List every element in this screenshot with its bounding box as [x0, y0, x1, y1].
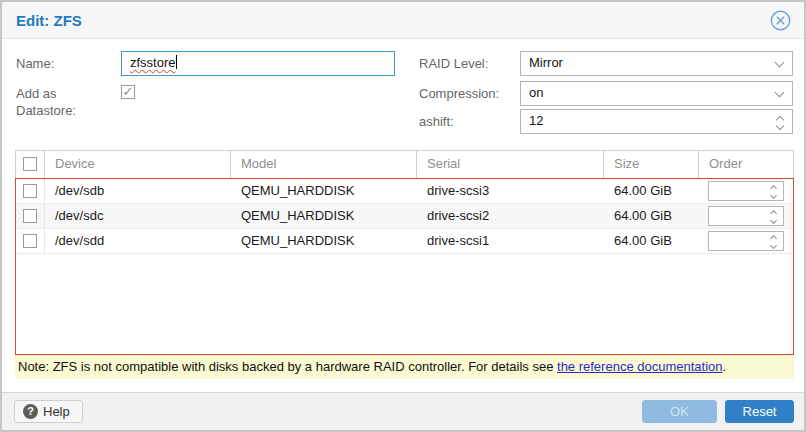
ashift-value: 12	[529, 113, 543, 128]
dialog-titlebar: Edit: ZFS	[2, 2, 804, 39]
table-row[interactable]: /dev/sdb QEMU_HARDDISK drive-scsi3 64.00…	[16, 179, 793, 204]
note-text: Note: ZFS is not compatible with disks b…	[18, 359, 557, 374]
reset-button[interactable]: Reset	[725, 400, 794, 423]
column-header-model[interactable]: Model	[231, 151, 417, 178]
dialog-footer: ? Help OK Reset	[2, 392, 804, 430]
column-header-serial[interactable]: Serial	[417, 151, 604, 178]
reference-documentation-link[interactable]: the reference documentation	[557, 359, 723, 374]
cell-serial: drive-scsi3	[417, 179, 604, 203]
chevron-down-icon[interactable]	[768, 52, 792, 75]
name-input[interactable]: zfsstore	[121, 51, 395, 76]
column-header-order[interactable]: Order	[699, 151, 793, 178]
select-all-checkbox[interactable]	[23, 157, 37, 171]
order-spinner[interactable]	[708, 181, 784, 201]
help-icon: ?	[23, 404, 38, 419]
cell-model: QEMU_HARDDISK	[231, 229, 417, 253]
help-button[interactable]: ? Help	[14, 400, 83, 423]
disk-table-header: Device Model Serial Size Order	[15, 150, 794, 178]
ashift-spinner[interactable]: 12	[520, 109, 793, 134]
cell-model: QEMU_HARDDISK	[231, 179, 417, 203]
compression-combo[interactable]: on	[520, 81, 793, 106]
ok-button-label: OK	[670, 404, 689, 419]
row-checkbox[interactable]	[23, 209, 37, 223]
order-spinner[interactable]	[708, 206, 784, 226]
add-datastore-checkbox[interactable]: ✓	[121, 85, 135, 99]
compression-value: on	[529, 85, 543, 100]
compression-label: Compression:	[419, 86, 499, 101]
cell-serial: drive-scsi2	[417, 204, 604, 228]
help-button-label: Help	[43, 404, 70, 419]
column-header-size[interactable]: Size	[604, 151, 699, 178]
dialog-title: Edit: ZFS	[16, 2, 82, 39]
spinner-arrows-icon[interactable]	[768, 110, 792, 133]
cell-serial: drive-scsi1	[417, 229, 604, 253]
table-row[interactable]: /dev/sdd QEMU_HARDDISK drive-scsi1 64.00…	[16, 229, 793, 254]
reset-button-label: Reset	[743, 404, 777, 419]
raid-level-value: Mirror	[529, 55, 563, 70]
name-input-value: zfsstore	[130, 55, 176, 70]
zfs-note: Note: ZFS is not compatible with disks b…	[15, 355, 794, 379]
chevron-down-icon[interactable]	[768, 82, 792, 105]
cell-device: /dev/sdc	[45, 204, 231, 228]
ok-button[interactable]: OK	[642, 400, 717, 423]
spinner-down-icon[interactable]	[770, 192, 777, 199]
cell-device: /dev/sdb	[45, 179, 231, 203]
ashift-label: ashift:	[419, 114, 454, 129]
select-all-cell	[16, 151, 45, 178]
row-checkbox[interactable]	[23, 234, 37, 248]
checkmark-icon: ✓	[123, 84, 134, 99]
close-icon[interactable]	[770, 10, 791, 31]
cell-model: QEMU_HARDDISK	[231, 204, 417, 228]
column-header-device[interactable]: Device	[45, 151, 231, 178]
spinner-down-icon[interactable]	[770, 242, 777, 249]
edit-zfs-dialog: Edit: ZFS Name: zfsstore Add as Datastor…	[0, 0, 806, 432]
spinner-down-icon[interactable]	[770, 217, 777, 224]
cell-size: 64.00 GiB	[604, 204, 699, 228]
note-suffix: .	[723, 359, 727, 374]
add-datastore-label: Add as Datastore:	[16, 85, 106, 119]
name-label: Name:	[16, 56, 54, 71]
raid-level-label: RAID Level:	[419, 56, 488, 71]
row-checkbox[interactable]	[23, 184, 37, 198]
text-caret	[176, 55, 177, 69]
cell-size: 64.00 GiB	[604, 229, 699, 253]
order-spinner[interactable]	[708, 231, 784, 251]
cell-device: /dev/sdd	[45, 229, 231, 253]
disk-table-body: /dev/sdb QEMU_HARDDISK drive-scsi3 64.00…	[15, 178, 794, 355]
raid-level-combo[interactable]: Mirror	[520, 51, 793, 76]
cell-size: 64.00 GiB	[604, 179, 699, 203]
table-row[interactable]: /dev/sdc QEMU_HARDDISK drive-scsi2 64.00…	[16, 204, 793, 229]
